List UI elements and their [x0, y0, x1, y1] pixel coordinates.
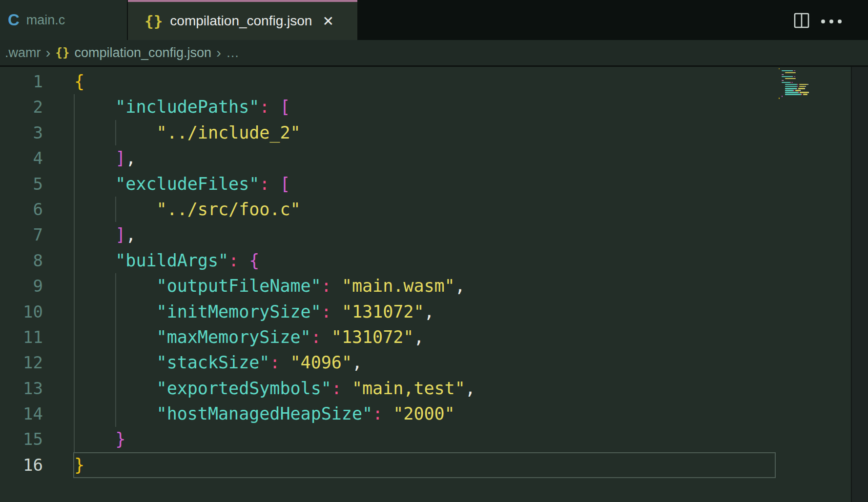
- line-number[interactable]: 2: [0, 94, 43, 120]
- breadcrumb-file[interactable]: compilation_config.json: [74, 45, 211, 60]
- line-number[interactable]: 13: [0, 376, 43, 401]
- code-line[interactable]: "../src/foo.c": [74, 197, 475, 222]
- minimap-line: [799, 86, 806, 87]
- minimap-line: [801, 94, 802, 95]
- code-line[interactable]: }: [74, 426, 475, 452]
- minimap-line: [782, 76, 792, 78]
- line-number[interactable]: 4: [0, 145, 43, 171]
- split-editor-icon[interactable]: [794, 13, 809, 28]
- breadcrumb: .wamr › {} compilation_config.json › …: [0, 40, 868, 67]
- minimap-line: [790, 82, 791, 83]
- chevron-right-icon: ›: [216, 44, 221, 61]
- line-number[interactable]: 16: [0, 452, 43, 478]
- minimap-line: [803, 94, 808, 95]
- minimap-line: [805, 86, 806, 87]
- dot: [829, 20, 833, 23]
- minimap-line: [807, 84, 808, 85]
- minimap-line: [782, 70, 792, 72]
- code-line[interactable]: "outputFileName": "main.wasm",: [74, 273, 475, 299]
- breadcrumb-symbol-more[interactable]: …: [226, 45, 239, 60]
- editor-actions: [790, 0, 868, 40]
- code-line[interactable]: "hostManagedHeapSize": "2000": [74, 401, 475, 426]
- code-content[interactable]: { "includePaths": [ "../include_2" ], "e…: [74, 69, 475, 478]
- tab-label: main.c: [26, 13, 65, 28]
- code-line[interactable]: {: [74, 69, 475, 94]
- close-tab-icon[interactable]: ✕: [322, 13, 333, 29]
- tab-bar: C main.c {} compilation_config.json ✕: [0, 0, 868, 40]
- minimap-line: [785, 72, 796, 74]
- code-editor[interactable]: 12345678910111213141516 { "includePaths"…: [0, 67, 868, 502]
- code-line[interactable]: ],: [74, 145, 475, 171]
- line-number[interactable]: 15: [0, 426, 43, 452]
- minimap[interactable]: [776, 67, 851, 502]
- chevron-right-icon: ›: [46, 44, 51, 61]
- minimap-line: [793, 76, 794, 78]
- dot: [821, 20, 825, 23]
- code-line[interactable]: "../include_2": [74, 120, 475, 145]
- line-number[interactable]: 9: [0, 273, 43, 299]
- minimap-line: [792, 82, 793, 83]
- line-number[interactable]: 6: [0, 197, 43, 222]
- minimap-line: [779, 68, 780, 70]
- code-line[interactable]: ],: [74, 222, 475, 247]
- dot: [838, 20, 842, 23]
- code-line[interactable]: "initMemorySize": "131072",: [74, 299, 475, 324]
- code-line[interactable]: "stackSize": "4096",: [74, 350, 475, 375]
- line-number[interactable]: 14: [0, 401, 43, 426]
- minimap-line: [779, 98, 780, 99]
- minimap-line: [794, 70, 795, 72]
- json-braces-icon: {}: [56, 46, 70, 60]
- minimap-line: [798, 92, 799, 93]
- code-line[interactable]: "buildArgs": {: [74, 248, 475, 273]
- minimap-line: [785, 94, 802, 95]
- more-actions-icon[interactable]: [821, 20, 842, 23]
- minimap-line: [783, 80, 784, 81]
- code-line[interactable]: "exportedSymbols": "main,test",: [74, 376, 475, 401]
- json-braces-icon: {}: [145, 12, 163, 30]
- line-number[interactable]: 11: [0, 324, 43, 350]
- line-number[interactable]: 7: [0, 222, 43, 247]
- line-number-gutter: 12345678910111213141516: [0, 69, 43, 478]
- minimap-line: [785, 84, 798, 85]
- minimap-line: [785, 88, 797, 89]
- code-line[interactable]: "maxMemorySize": "131072",: [74, 324, 475, 350]
- vertical-scrollbar[interactable]: [851, 67, 868, 502]
- minimap-line: [800, 92, 808, 93]
- minimap-line: [782, 82, 790, 83]
- minimap-line: [798, 88, 805, 89]
- line-number[interactable]: 12: [0, 350, 43, 375]
- code-line[interactable]: "excludeFiles": [: [74, 171, 475, 197]
- minimap-line: [785, 92, 798, 93]
- tab-compilation-config-json[interactable]: {} compilation_config.json ✕: [128, 0, 357, 40]
- minimap-line: [783, 74, 784, 76]
- minimap-line: [808, 92, 809, 93]
- line-number[interactable]: 10: [0, 299, 43, 324]
- minimap-line: [794, 76, 795, 78]
- minimap-line: [800, 90, 801, 91]
- c-file-icon: C: [8, 11, 20, 29]
- line-number[interactable]: 1: [0, 69, 43, 94]
- line-number[interactable]: 5: [0, 171, 43, 197]
- minimap-line: [797, 88, 798, 89]
- tab-label: compilation_config.json: [170, 13, 312, 29]
- minimap-line: [795, 90, 800, 91]
- code-line[interactable]: "includePaths": [: [74, 94, 475, 120]
- minimap-line: [793, 70, 794, 72]
- minimap-line: [785, 78, 796, 80]
- line-number[interactable]: 8: [0, 248, 43, 273]
- breadcrumb-folder[interactable]: .wamr: [5, 45, 41, 60]
- minimap-line: [799, 84, 808, 85]
- minimap-line: [797, 86, 798, 87]
- current-line-highlight: [73, 452, 776, 478]
- minimap-line: [805, 88, 806, 89]
- tab-main-c[interactable]: C main.c: [0, 0, 128, 40]
- minimap-line: [797, 84, 798, 85]
- minimap-line: [785, 86, 798, 87]
- line-number[interactable]: 3: [0, 120, 43, 145]
- minimap-line: [782, 96, 783, 97]
- minimap-line: [793, 90, 794, 91]
- minimap-line: [785, 90, 794, 91]
